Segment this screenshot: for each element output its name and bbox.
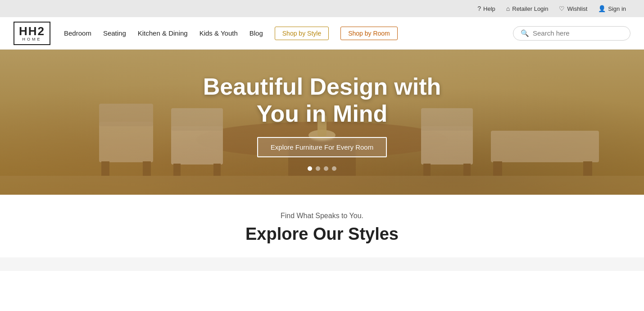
sign-in-link[interactable]: 👤 Sign in: [598, 5, 626, 12]
hero-dots: [308, 166, 336, 171]
search-icon: 🔍: [521, 29, 529, 37]
hero-dot-4[interactable]: [332, 166, 336, 171]
wishlist-link[interactable]: ♡ Wishlist: [559, 5, 587, 12]
hero-cta-button[interactable]: Explore Furniture For Every Room: [257, 137, 387, 157]
sub-hero-title: Explore Our Styles: [9, 224, 635, 244]
nav-bedroom[interactable]: Bedroom: [64, 29, 91, 37]
nav-seating[interactable]: Seating: [103, 29, 126, 37]
nav-blog[interactable]: Blog: [249, 29, 263, 37]
search-input[interactable]: [533, 29, 623, 37]
shop-by-style-button[interactable]: Shop by Style: [275, 27, 329, 40]
retailer-login-link[interactable]: ⌂ Retailer Login: [506, 5, 549, 12]
search-bar: 🔍: [513, 26, 630, 41]
heart-icon: ♡: [559, 5, 565, 12]
hero-banner: Beautiful Design with You in Mind Explor…: [0, 50, 644, 195]
nav-kitchen-dining[interactable]: Kitchen & Dining: [138, 29, 188, 37]
hero-dot-1[interactable]: [308, 166, 312, 171]
nav-kids-youth[interactable]: Kids & Youth: [200, 29, 238, 37]
help-label: Help: [483, 5, 495, 12]
shop-by-room-button[interactable]: Shop by Room: [340, 27, 398, 40]
sub-hero-section: Find What Speaks to You. Explore Our Sty…: [0, 195, 644, 257]
retailer-login-label: Retailer Login: [512, 5, 548, 12]
sign-in-label: Sign in: [608, 5, 626, 12]
logo[interactable]: HH2 HOME: [14, 22, 50, 45]
hero-dot-2[interactable]: [316, 166, 320, 171]
home-icon: ⌂: [506, 5, 510, 12]
help-icon: ?: [477, 5, 481, 12]
top-bar: ? Help ⌂ Retailer Login ♡ Wishlist 👤 Sig…: [0, 0, 644, 17]
hero-content: Beautiful Design with You in Mind Explor…: [0, 50, 644, 195]
header: HH2 HOME Bedroom Seating Kitchen & Dinin…: [0, 17, 644, 50]
user-icon: 👤: [598, 5, 606, 12]
wishlist-label: Wishlist: [567, 5, 587, 12]
sub-hero-subtitle: Find What Speaks to You.: [9, 212, 635, 220]
help-link[interactable]: ? Help: [477, 5, 495, 12]
logo-home: HOME: [23, 37, 42, 41]
hero-dot-3[interactable]: [324, 166, 328, 171]
main-nav: Bedroom Seating Kitchen & Dining Kids & …: [64, 27, 513, 40]
hero-title: Beautiful Design with You in Mind: [203, 73, 441, 128]
logo-box: HH2 HOME: [14, 22, 50, 45]
logo-hh2: HH2: [19, 25, 45, 37]
bottom-strip: [0, 257, 644, 271]
